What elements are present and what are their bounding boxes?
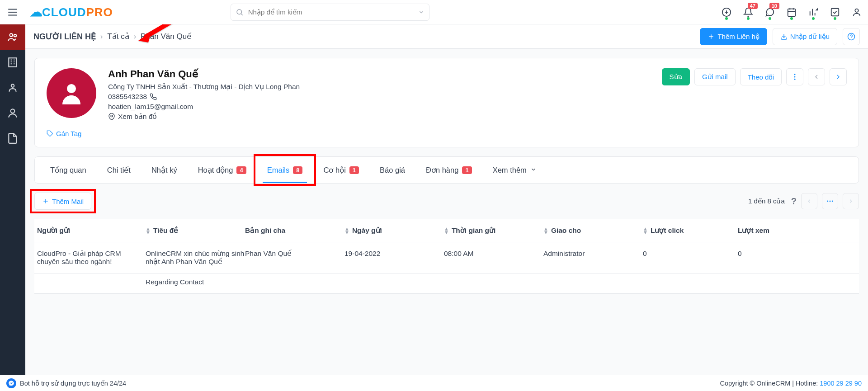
next-record-button[interactable] [830, 68, 847, 85]
notifications-button[interactable]: 47 [743, 7, 753, 17]
prev-record-button[interactable] [808, 68, 825, 85]
tab-emails[interactable]: Emails8 [258, 157, 312, 183]
tab-đơn-hàng[interactable]: Đơn hàng1 [417, 157, 481, 183]
chevron-down-icon [530, 166, 537, 174]
column-header[interactable]: ▲▼Giao cho [543, 226, 643, 235]
column-header[interactable]: ▲▼Lượt click [643, 226, 738, 235]
logo[interactable]: ☁ CLOUDPRO [30, 5, 113, 19]
more-horiz-icon [826, 197, 834, 205]
chevron-left-icon [813, 73, 820, 80]
nav-contacts[interactable] [0, 24, 25, 50]
help-button[interactable] [843, 28, 860, 45]
tab-báo-giá[interactable]: Báo giá [371, 157, 414, 183]
breadcrumb-all[interactable]: Tất cả [107, 32, 129, 41]
tasks-button[interactable] [830, 7, 840, 17]
tab-hoạt-động[interactable]: Hoạt động4 [189, 157, 255, 183]
sort-icon: ▲▼ [344, 227, 349, 234]
table-row[interactable]: CloudPro - Giải pháp CRM chuyên sâu theo… [34, 242, 859, 273]
sort-icon: ▲▼ [146, 227, 151, 234]
add-mail-button[interactable]: Thêm Mail [34, 193, 91, 210]
more-button[interactable] [786, 68, 803, 85]
svg-point-34 [111, 115, 113, 117]
plus-icon [708, 33, 715, 40]
mail-toolbar: Thêm Mail 1 đến 8 của? [34, 193, 859, 210]
tag-link[interactable]: Gán Tag [47, 130, 81, 137]
messenger-icon[interactable] [6, 378, 16, 388]
profile-company: Công Ty TNHH Sản Xuất - Thương Mại - Dịc… [108, 83, 300, 91]
avatar [47, 68, 96, 118]
calendar-button[interactable] [787, 7, 797, 17]
send-mail-button[interactable]: Gửi mail [694, 68, 736, 85]
pager-prev-button[interactable] [801, 193, 817, 209]
follow-button[interactable]: Theo dõi [740, 68, 782, 85]
footer-copyright: Copyright © OnlineCRM | Hotline: 1900 29… [720, 380, 862, 387]
nav-person[interactable] [0, 75, 25, 100]
breadcrumb-bar: NGƯỜI LIÊN HỆ › Tất cả › Phan Văn Quế Th… [25, 24, 868, 49]
bell-badge: 47 [748, 3, 758, 9]
help-icon [847, 33, 855, 41]
breadcrumb-sep: › [100, 33, 103, 41]
chevron-left-icon [806, 198, 812, 204]
messages-button[interactable]: 10 [765, 7, 775, 17]
add-button[interactable] [722, 7, 731, 17]
tab-cơ-hội[interactable]: Cơ hội1 [314, 157, 368, 183]
tab-tổng-quan[interactable]: Tổng quan [41, 157, 95, 183]
tab-xem-thêm[interactable]: Xem thêm [484, 157, 546, 183]
tab-nhật-ký[interactable]: Nhật ký [142, 157, 186, 183]
sort-icon: ▲▼ [543, 227, 548, 234]
search-input[interactable] [247, 8, 415, 16]
tab-chi-tiết[interactable]: Chi tiết [98, 157, 140, 183]
svg-line-4 [241, 14, 242, 15]
profile-actions: Sửa Gửi mail Theo dõi [662, 68, 847, 122]
profile-map-link[interactable]: Xem bản đồ [108, 113, 300, 121]
add-contact-button[interactable]: Thêm Liên hệ [700, 28, 767, 45]
profile-phone-line: 0385543238 [108, 93, 300, 101]
global-search[interactable] [231, 4, 429, 21]
profile-button[interactable] [852, 7, 862, 17]
table-row[interactable]: Regarding Contact [34, 273, 859, 294]
svg-point-31 [848, 33, 855, 40]
svg-point-42 [827, 201, 828, 202]
chevron-right-icon [835, 73, 842, 80]
pager-next-button[interactable] [843, 193, 859, 209]
footer-hotline[interactable]: 1900 29 29 90 [820, 380, 862, 387]
column-header[interactable]: ▲▼Thời gian gửi [444, 226, 543, 235]
svg-rect-15 [831, 8, 839, 16]
profile-title: Anh Phan Văn Quế [108, 68, 300, 80]
edit-button[interactable]: Sửa [662, 68, 690, 85]
profile-card: Anh Phan Văn Quế Công Ty TNHH Sản Xuất -… [34, 58, 859, 147]
hamburger-menu[interactable] [0, 0, 25, 24]
column-header[interactable]: Bản ghi cha [245, 226, 344, 235]
map-pin-icon [108, 113, 115, 120]
column-header[interactable]: Lượt xem [738, 226, 792, 235]
chevron-right-icon [848, 198, 854, 204]
person-icon [58, 80, 85, 107]
phone-icon[interactable] [150, 93, 157, 100]
pager-more-button[interactable] [822, 193, 838, 209]
analytics-button[interactable] [808, 7, 818, 17]
svg-rect-19 [9, 58, 16, 67]
profile-info: Anh Phan Văn Quế Công Ty TNHH Sản Xuất -… [108, 68, 300, 122]
nav-companies[interactable] [0, 50, 25, 75]
footer: Bot hỗ trợ sử dụng trực tuyến 24/24 Copy… [0, 375, 868, 391]
breadcrumb-sep: › [134, 33, 136, 41]
add-mail-highlight: Thêm Mail [34, 193, 91, 210]
svg-point-27 [11, 109, 15, 113]
pager-total-unknown: ? [791, 196, 797, 207]
breadcrumb-root[interactable]: NGƯỜI LIÊN HỆ [33, 32, 96, 42]
column-header[interactable]: ▲▼Tiêu đề [146, 226, 245, 235]
breadcrumb-current: Phan Văn Quế [141, 32, 191, 41]
svg-point-17 [10, 33, 13, 37]
plus-icon [42, 198, 49, 205]
nav-doc[interactable] [0, 126, 25, 151]
svg-point-16 [855, 9, 858, 12]
left-nav [0, 24, 25, 391]
column-header[interactable]: ▲▼Ngày gửi [344, 226, 444, 235]
sort-icon: ▲▼ [444, 227, 449, 234]
import-button[interactable]: Nhập dữ liệu [773, 28, 837, 45]
nav-lead[interactable] [0, 100, 25, 126]
chevron-down-icon[interactable] [418, 9, 425, 15]
tag-icon [47, 130, 53, 137]
column-header[interactable]: Người gửi [37, 226, 146, 235]
svg-point-18 [14, 34, 16, 37]
